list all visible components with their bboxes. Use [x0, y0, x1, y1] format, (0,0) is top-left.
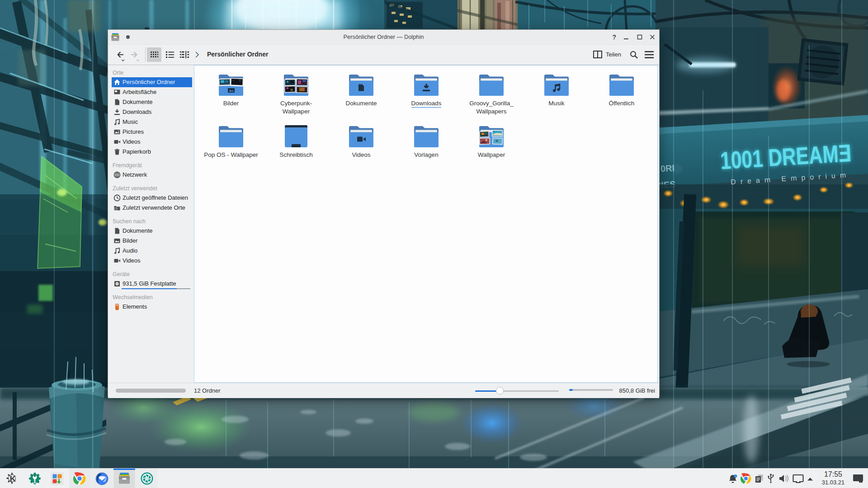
svg-text:0RI: 0RI	[660, 163, 675, 174]
svg-text:K: K	[10, 474, 16, 483]
